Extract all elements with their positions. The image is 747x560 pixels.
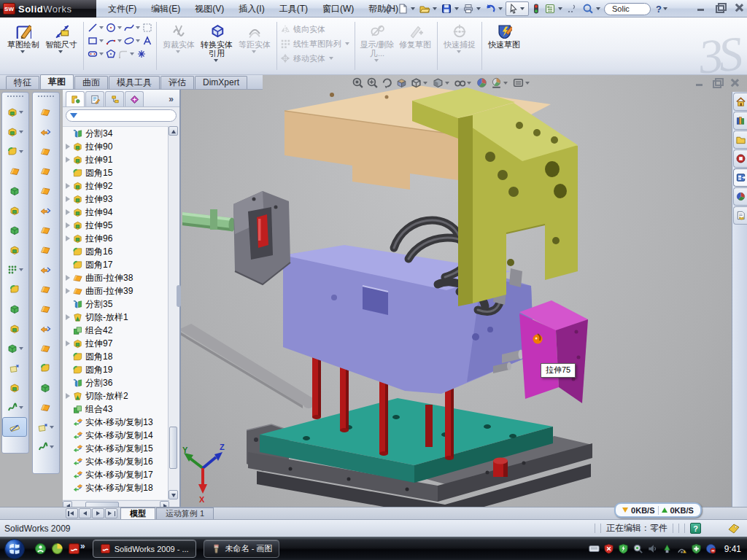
edit-appearance-button[interactable] xyxy=(476,77,488,89)
rotate-view-button[interactable] xyxy=(381,77,393,89)
feature-tree[interactable]: 分割34拉伸90拉伸91圆角15拉伸92拉伸93拉伸94拉伸95拉伸96圆角16… xyxy=(63,126,169,499)
hide-show-items-button[interactable] xyxy=(454,77,473,89)
dropdown-caret-icon[interactable] xyxy=(19,268,23,271)
thicken-button[interactable] xyxy=(33,358,58,378)
dropdown-caret-icon[interactable] xyxy=(558,7,562,10)
scroll-up-button[interactable] xyxy=(169,126,178,136)
apply-scene-button[interactable] xyxy=(490,77,510,89)
tree-item[interactable]: 切除-放样1 xyxy=(63,311,169,324)
dropdown-caret-icon[interactable] xyxy=(50,426,54,429)
tray-sync-orb-icon[interactable] xyxy=(705,543,716,554)
dropdown-caret-icon[interactable] xyxy=(596,7,600,10)
parting-surface-button[interactable] xyxy=(33,378,58,397)
tree-item[interactable]: 切除-放样2 xyxy=(63,389,169,402)
dropdown-caret-icon[interactable] xyxy=(19,347,23,350)
reference-geometry-button[interactable] xyxy=(2,338,27,358)
expand-arrow-icon[interactable] xyxy=(65,144,71,150)
tree-item[interactable]: 实体-移动/复制17 xyxy=(63,468,169,481)
dropdown-caret-icon[interactable] xyxy=(19,406,23,409)
expand-arrow-icon[interactable] xyxy=(65,183,71,190)
dropdown-caret-icon[interactable] xyxy=(99,39,104,42)
trim-surface-button[interactable] xyxy=(33,299,58,319)
revolved-boss-button[interactable] xyxy=(2,122,27,141)
nav-last-button[interactable] xyxy=(105,508,117,518)
tab-草图[interactable]: 草图 xyxy=(40,74,74,89)
dropdown-caret-icon[interactable] xyxy=(20,50,25,53)
dropdown-caret-icon[interactable] xyxy=(99,26,104,29)
tree-item[interactable]: 拉伸97 xyxy=(63,337,169,350)
extruded-cut-button[interactable] xyxy=(2,201,27,220)
swept-surface-button[interactable] xyxy=(33,141,58,161)
tree-item[interactable]: 拉伸91 xyxy=(63,153,169,166)
tray-wireless-warning-icon[interactable] xyxy=(676,543,687,554)
dropdown-caret-icon[interactable] xyxy=(467,82,471,85)
help-button[interactable]: ? xyxy=(656,4,662,15)
taskpane-tab-file-explorer[interactable] xyxy=(733,131,747,149)
tree-item[interactable]: 组合42 xyxy=(63,324,169,337)
sketch-pencil-button[interactable]: 草图绘制 xyxy=(4,19,42,73)
tree-item[interactable]: 实体-移动/复制16 xyxy=(63,455,169,468)
print-button[interactable] xyxy=(462,2,475,15)
tray-usb-device-icon[interactable] xyxy=(662,543,673,554)
dropdown-caret-icon[interactable] xyxy=(117,26,122,29)
graphics-area[interactable]: Y Z X 拉伸75 xyxy=(181,75,747,507)
dropdown-caret-icon[interactable] xyxy=(136,26,140,29)
menu-item[interactable]: 插入(I) xyxy=(231,0,271,18)
curves-button[interactable] xyxy=(33,437,58,456)
toolbar-overflow-button[interactable] xyxy=(565,2,578,15)
display-style-button[interactable] xyxy=(432,77,452,89)
axis-button[interactable] xyxy=(2,378,27,397)
extruded-boss-button[interactable] xyxy=(2,102,27,122)
tree-item[interactable]: 拉伸93 xyxy=(63,192,169,206)
tray-volume-icon[interactable] xyxy=(647,543,658,554)
extend-surface-button[interactable] xyxy=(33,319,58,338)
ruled-surface-button[interactable] xyxy=(33,240,58,260)
swept-boss-button[interactable] xyxy=(2,161,27,181)
expand-arrow-icon[interactable] xyxy=(65,288,71,295)
menu-item[interactable]: 编辑(E) xyxy=(144,0,187,18)
tree-item[interactable]: 圆角16 xyxy=(63,245,169,258)
taskpane-tab-solidworks-resources[interactable] xyxy=(733,93,747,111)
part-red-stub[interactable] xyxy=(493,458,508,478)
polygon-button[interactable] xyxy=(105,48,117,60)
tree-item[interactable]: 拉伸94 xyxy=(63,206,169,219)
dropdown-caret-icon[interactable] xyxy=(136,39,140,42)
tab-评估[interactable]: 评估 xyxy=(160,76,194,89)
combine-bodies-button[interactable] xyxy=(2,279,27,299)
toolbar-grip[interactable] xyxy=(7,96,23,98)
taskpane-tab-view-palette[interactable] xyxy=(733,168,747,187)
expand-arrow-icon[interactable] xyxy=(65,236,71,242)
tree-item[interactable]: 圆角18 xyxy=(63,350,169,363)
part-magenta-insert[interactable] xyxy=(519,300,588,403)
tree-item[interactable]: 组合43 xyxy=(63,402,169,416)
dropdown-caret-icon[interactable] xyxy=(19,111,23,114)
tree-item[interactable]: 拉伸95 xyxy=(63,219,169,232)
dropdown-caret-icon[interactable] xyxy=(525,82,530,85)
tray-keyboard-icon[interactable] xyxy=(589,543,600,554)
fillet-button[interactable] xyxy=(2,141,27,161)
nav-next-button[interactable] xyxy=(92,508,104,518)
shut-off-surface-button[interactable] xyxy=(33,397,58,417)
tab-特征[interactable]: 特征 xyxy=(6,76,39,89)
fm-tab-feature-manager-tree[interactable] xyxy=(66,91,85,106)
taskpane-tab-appearances-scenes[interactable] xyxy=(733,187,747,206)
move-copy-bodies-button[interactable] xyxy=(2,319,27,338)
intersect-bodies-button[interactable] xyxy=(2,299,27,319)
tree-item[interactable]: 实体-移动/复制15 xyxy=(63,442,169,455)
menu-item[interactable]: 窗口(W) xyxy=(315,0,361,18)
dropdown-caret-icon[interactable] xyxy=(214,59,218,62)
tree-item[interactable]: 圆角15 xyxy=(63,166,169,179)
restore-button[interactable] xyxy=(715,3,725,12)
menu-item[interactable]: 文件(F) xyxy=(101,0,144,18)
close-button[interactable] xyxy=(734,3,744,12)
boundary-surface-button[interactable] xyxy=(33,181,58,201)
fm-tab-property-manager[interactable] xyxy=(85,91,104,106)
tree-vertical-scrollbar[interactable] xyxy=(168,126,178,499)
expand-arrow-icon[interactable] xyxy=(65,157,71,163)
heads-up-view-toolbar[interactable] xyxy=(352,77,532,89)
expand-arrow-icon[interactable] xyxy=(65,314,71,321)
doc-close-icon[interactable] xyxy=(729,78,740,87)
taskpane-tab-design-library[interactable] xyxy=(733,112,747,130)
quick-launch-overflow[interactable]: » xyxy=(80,541,85,551)
dropdown-caret-icon[interactable] xyxy=(433,7,437,10)
